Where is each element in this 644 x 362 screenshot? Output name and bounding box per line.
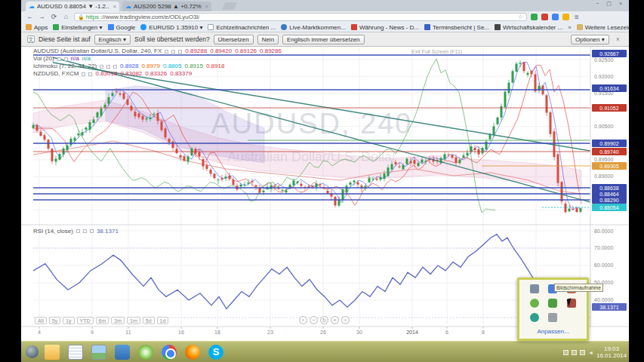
bookmark-item[interactable]: Wirtschaftskalender ...: [495, 24, 562, 31]
bookmarks-overflow-chevron[interactable]: »: [568, 24, 571, 31]
legend-control-icon[interactable]: [57, 57, 61, 61]
translate-options-button[interactable]: Optionen ▾: [571, 35, 609, 44]
screen-recorder-icon[interactable]: [138, 345, 153, 360]
pan-right-button[interactable]: ›: [341, 316, 350, 324]
extension-icon[interactable]: [562, 14, 569, 20]
range-button-all[interactable]: All: [35, 317, 47, 324]
bookmark-star-icon[interactable]: ☆: [518, 14, 523, 20]
settings-icon: [53, 24, 59, 30]
tray-globe-icon[interactable]: [530, 313, 539, 322]
bookmark-item[interactable]: Live-Marktkommen...: [281, 24, 346, 31]
bookmark-label: Wirtschaftskalender ...: [503, 24, 562, 31]
range-button-1y[interactable]: 1y: [63, 317, 74, 324]
bookmark-item[interactable]: Echtzeitnachrichten ...: [208, 24, 276, 31]
translate-no-button[interactable]: Nein: [257, 35, 279, 44]
home-button[interactable]: ⌂: [62, 13, 70, 21]
legend-control-icon[interactable]: [76, 229, 80, 233]
forward-button[interactable]: →: [38, 13, 46, 21]
extension-icon[interactable]: [541, 14, 548, 20]
tray-grid-icon[interactable]: [548, 313, 557, 322]
legend-overlay-label[interactable]: NZDUSD, FXCM: [33, 70, 79, 78]
back-button[interactable]: ←: [26, 13, 34, 21]
tray-tooltip: Bildschirmaufnahme: [554, 284, 603, 292]
extension-icon[interactable]: [531, 14, 538, 20]
tab-close-icon[interactable]: ×: [205, 3, 209, 10]
rsi-label[interactable]: RSI (14, close): [33, 228, 73, 235]
legend-symbol[interactable]: AUDUSD (Australian Dollar/U.S. Dollar, 2…: [33, 48, 162, 55]
reload-button[interactable]: ⟳: [50, 13, 58, 21]
legend-control-icon[interactable]: [106, 65, 110, 69]
ohlc-value: 0.89288: [185, 48, 207, 54]
range-button-3m[interactable]: 3m: [111, 317, 125, 324]
browser-tab-aus200[interactable]: ☁ AUS200 5298 ▲ +0.72% ×: [122, 2, 211, 11]
legend-control-icon[interactable]: [100, 65, 103, 69]
legend-control-icon[interactable]: [64, 57, 68, 61]
bookmark-item[interactable]: Einstellungen ▾: [53, 24, 102, 31]
translate-always-button[interactable]: Englisch immer übersetzen: [282, 35, 364, 44]
blue-app-icon[interactable]: [115, 345, 130, 360]
chrome-icon[interactable]: [162, 345, 177, 360]
translate-bar: 文 Diese Seite ist auf Englisch ▾ Soll si…: [21, 32, 629, 47]
new-tab-button[interactable]: [222, 2, 238, 10]
range-button-ytd[interactable]: YTD: [77, 317, 94, 324]
price-axis-badge-label: 0.92667: [599, 51, 618, 57]
tray-green-app-icon[interactable]: [548, 299, 557, 308]
bookmark-item[interactable]: Google: [108, 24, 136, 31]
zoom-out-button[interactable]: −: [310, 316, 318, 324]
language-dropdown[interactable]: Englisch ▾: [94, 35, 131, 44]
tab-close-icon[interactable]: ×: [113, 3, 117, 10]
start-button[interactable]: [26, 345, 39, 358]
legend-control-icon[interactable]: [83, 229, 87, 233]
tray-leaf-icon[interactable]: [530, 299, 539, 308]
bookmark-item[interactable]: Apps: [26, 24, 48, 31]
legend-control-icon[interactable]: [82, 72, 85, 76]
tray-customize-link[interactable]: Anpassen...: [519, 328, 587, 335]
range-button-1m[interactable]: 1m: [127, 317, 140, 324]
firefox-icon[interactable]: [185, 345, 200, 360]
range-buttons: All5y1yYTD6m3m1m5d1d: [35, 317, 168, 324]
range-button-5y[interactable]: 5y: [49, 317, 60, 324]
range-button-6m[interactable]: 6m: [96, 317, 109, 324]
range-button-1d[interactable]: 1d: [157, 317, 169, 324]
browser-tab-audusd[interactable]: ☁ AUDUSD 0.88054 ▼ -1.2.. ×: [26, 2, 119, 11]
legend-control-icon[interactable]: [113, 65, 117, 69]
chrome-menu-icon[interactable]: ≡: [575, 13, 579, 21]
tray-flag-icon[interactable]: [530, 284, 539, 293]
translate-close-icon[interactable]: ×: [616, 35, 620, 43]
bookmark-label: Einstellungen ▾: [61, 24, 102, 31]
bookmark-item[interactable]: EURUSD 1.35910 ▾: [140, 24, 202, 31]
tray-volume-icon[interactable]: [572, 350, 577, 355]
legend-control-icon[interactable]: [90, 229, 94, 233]
price-axis-badge-label: 0.88638: [599, 186, 618, 191]
show-hidden-icons-arrow[interactable]: ◄: [588, 350, 593, 355]
legend-vol-label[interactable]: Vol (20): [33, 55, 54, 63]
address-bar[interactable]: 🔒 https ://www.tradingview.com/e/ODLyuO3…: [74, 13, 527, 21]
image-viewer-icon[interactable]: [91, 345, 106, 360]
explorer-icon[interactable]: [45, 345, 60, 360]
legend-control-icon[interactable]: [165, 50, 168, 54]
reset-zoom-button[interactable]: ↻: [320, 316, 328, 324]
other-bookmarks-button[interactable]: Weitere Lesezeichen: [577, 24, 629, 31]
translate-button[interactable]: Übersetzen: [214, 35, 254, 44]
time-axis-label: 16: [178, 330, 184, 335]
range-button-5d[interactable]: 5d: [143, 317, 155, 324]
pan-left-button[interactable]: ‹: [299, 316, 307, 324]
extension-icon[interactable]: [552, 14, 559, 20]
taskbar-clock[interactable]: 19:03 16.01.2014: [596, 345, 627, 359]
legend-ichimoku-label[interactable]: Ichimoku (7, 22, 44, 22): [33, 63, 97, 70]
legend-control-icon[interactable]: [88, 72, 92, 76]
bookmark-item[interactable]: Währung - News - D...: [351, 24, 419, 31]
legend-control-icon[interactable]: [178, 50, 182, 54]
window-controls[interactable]: − ▢ ×: [596, 1, 625, 7]
notepad-icon[interactable]: [68, 345, 83, 360]
tray-network-icon[interactable]: [580, 350, 585, 355]
tray-window-icon[interactable]: [563, 350, 569, 355]
tab-title: AUS200 5298 ▲ +0.72%: [134, 3, 202, 10]
fullscreen-hint: Exit Full Screen (F11): [411, 49, 462, 55]
bookmark-item[interactable]: Terminsbericht | Se...: [424, 24, 489, 31]
vol-value: n/a: [82, 55, 91, 62]
legend-control-icon[interactable]: [171, 50, 175, 54]
zoom-in-button[interactable]: +: [331, 316, 339, 324]
rsi-axis-label: 70.0000: [594, 245, 613, 250]
skype-icon[interactable]: S: [208, 345, 223, 360]
